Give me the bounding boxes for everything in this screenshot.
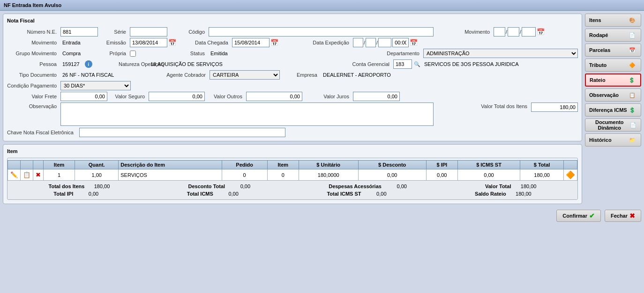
valor-juros-input[interactable] xyxy=(353,92,400,101)
observacao-button[interactable]: Observação 📋 xyxy=(585,88,641,102)
serie-input[interactable] xyxy=(130,27,167,37)
edit-cell[interactable]: ✏️ xyxy=(8,169,21,181)
pessoa-value: 159127 xyxy=(60,60,82,68)
rodape-icon: 📄 xyxy=(628,30,637,40)
rateio-button[interactable]: Rateio 💲 xyxy=(585,73,641,87)
rodape-button[interactable]: Rodapé 📄 xyxy=(585,29,641,42)
total-icms-st-value: 0,00 xyxy=(363,191,387,197)
total-itens-label: Total dos Itens xyxy=(49,183,85,189)
desconto-total-label: Desconto Total xyxy=(188,183,225,189)
tipo-documento-value: 26 NF - NOTA FISCAL xyxy=(60,71,154,79)
saldo-rateio-pair: Saldo Rateio 180,00 xyxy=(475,191,532,197)
col-ipi-header: $ IPI xyxy=(426,161,457,169)
numero-ne-input[interactable] xyxy=(60,27,98,37)
summary-line-1: Total dos Itens 180,00 Desconto Total 0,… xyxy=(11,183,574,190)
movimento-yy[interactable] xyxy=(522,27,536,37)
status-label: Status xyxy=(169,51,207,56)
copy-icon[interactable]: 📋 xyxy=(22,171,31,179)
data-chegada-input[interactable] xyxy=(232,38,270,47)
exp-dd[interactable] xyxy=(353,38,363,47)
copy-cell[interactable]: 📋 xyxy=(21,169,33,181)
tipo-documento-label: Tipo Documento xyxy=(7,72,59,78)
agente-cobrador-select[interactable]: CARTEIRA xyxy=(210,70,280,80)
documento-dinamico-label: Documento Dinâmico xyxy=(589,119,630,131)
exp-time[interactable] xyxy=(392,38,409,47)
propria-checkbox[interactable] xyxy=(130,51,136,57)
action-icon-cell[interactable]: 🔶 xyxy=(564,169,577,181)
agente-cobrador-label: Agente Cobrador xyxy=(156,72,208,78)
desconto-cell: 0,00 xyxy=(358,169,426,181)
historico-button[interactable]: Histórico 📁 xyxy=(585,133,641,146)
chave-nfe-input[interactable] xyxy=(79,128,285,137)
exp-yy[interactable] xyxy=(378,38,391,47)
summary-line-2: Total IPI 0,00 Total ICMS 0,00 Total ICM… xyxy=(11,190,574,198)
rodape-label: Rodapé xyxy=(589,32,608,38)
nota-fiscal-panel: Nota Fiscal Número N.E. Série Código Mov… xyxy=(3,14,582,141)
col-descricao-header: Descrição do Item xyxy=(119,161,222,169)
status-value: Emitida xyxy=(209,50,363,57)
valor-frete-input[interactable] xyxy=(60,92,107,101)
saldo-rateio-label: Saldo Rateio xyxy=(475,191,506,197)
col-desconto-header: $ Desconto xyxy=(358,161,426,169)
tributo-button[interactable]: Tributo 🔶 xyxy=(585,59,641,72)
movimento-value: Entrada xyxy=(60,39,98,46)
total-ipi-label: Total IPI xyxy=(53,191,73,197)
diferenca-icms-button[interactable]: Diferença ICMS 💲 xyxy=(585,103,641,117)
conta-gerencial-num[interactable] xyxy=(393,59,412,69)
delete-icon[interactable]: ✖ xyxy=(35,171,41,179)
observacao-btn-label: Observação xyxy=(589,92,619,98)
delete-cell[interactable]: ✖ xyxy=(33,169,44,181)
rateio-label: Rateio xyxy=(590,77,606,83)
movimento-calendar-btn[interactable]: 📅 xyxy=(537,28,545,36)
pessoa-info-icon[interactable]: i xyxy=(85,60,92,68)
fechar-button[interactable]: Fechar ✖ xyxy=(605,210,641,222)
departamento-select[interactable]: ADMINISTRAÇÃO xyxy=(423,49,578,58)
exp-calendar-btn[interactable]: 📅 xyxy=(410,39,418,46)
valor-total-itens-input[interactable] xyxy=(531,103,578,112)
movimento-mm[interactable] xyxy=(508,27,519,37)
exp-mm[interactable] xyxy=(366,38,376,47)
table-row: ✏️ 📋 ✖ 1 1,00 SERVIÇOS 0 0 180,0000 0,00… xyxy=(8,169,577,181)
item-action-icon[interactable]: 🔶 xyxy=(566,171,575,179)
icms-st-cell: 0,00 xyxy=(457,169,520,181)
codigo-label: Código xyxy=(169,29,207,35)
observacao-textarea[interactable] xyxy=(60,103,434,126)
codigo-input[interactable] xyxy=(209,27,434,37)
valor-outros-input[interactable] xyxy=(246,92,302,101)
quant-cell: 1,00 xyxy=(75,169,119,181)
valor-seguro-input[interactable] xyxy=(149,92,205,101)
conta-gerencial-info-icon[interactable]: 🔍 xyxy=(414,61,420,67)
documento-dinamico-button[interactable]: Documento Dinâmico 📄 xyxy=(585,118,641,132)
item-panel: Item Item Quant. Descrição do Item Pedid… xyxy=(3,144,582,204)
data-chegada-calendar-btn[interactable]: 📅 xyxy=(270,39,278,46)
valor-outros-label: Valor Outros xyxy=(207,94,244,99)
movimento-dd[interactable] xyxy=(494,27,505,37)
valor-total-pair: Valor Total 180,00 xyxy=(485,183,536,189)
total-cell: 180,00 xyxy=(520,169,564,181)
edit-icon[interactable]: ✏️ xyxy=(10,171,18,179)
parcelas-label: Parcelas xyxy=(589,47,610,53)
confirmar-button[interactable]: Confirmar ✔ xyxy=(556,210,601,222)
col-total-header: $ Total xyxy=(520,161,564,169)
grupo-movimento-value: Compra xyxy=(60,50,98,57)
summary-section: Total dos Itens 180,00 Desconto Total 0,… xyxy=(7,181,577,199)
confirmar-label: Confirmar xyxy=(562,213,587,219)
itens-button[interactable]: Itens 🎨 xyxy=(585,14,641,27)
item-table-wrap: Item Quant. Descrição do Item Pedido Ite… xyxy=(7,158,578,200)
emissao-calendar-btn[interactable]: 📅 xyxy=(168,39,176,46)
pessoa-label: Pessoa xyxy=(7,61,59,67)
condicao-pagamento-select[interactable]: 30 DIAS* xyxy=(60,81,131,90)
historico-icon: 📁 xyxy=(628,135,637,145)
col-icms-st-header: $ ICMS ST xyxy=(457,161,520,169)
departamento-label: Departamento xyxy=(365,51,421,56)
parcelas-button[interactable]: Parcelas 📅 xyxy=(585,44,641,57)
total-itens-pair: Total dos Itens 180,00 xyxy=(49,183,110,189)
title-bar: NF Entrada Item Avulso xyxy=(0,0,644,11)
condicao-pagamento-label: Condição Pagamento xyxy=(7,83,59,88)
natureza-operacao-label: Natureza Operação xyxy=(119,61,147,67)
historico-label: Histórico xyxy=(589,137,612,143)
col-item-num-header: Item xyxy=(267,161,299,169)
itens-label: Itens xyxy=(589,17,601,23)
emissao-input[interactable] xyxy=(130,38,167,47)
col-pedido-header: Pedido xyxy=(222,161,267,169)
